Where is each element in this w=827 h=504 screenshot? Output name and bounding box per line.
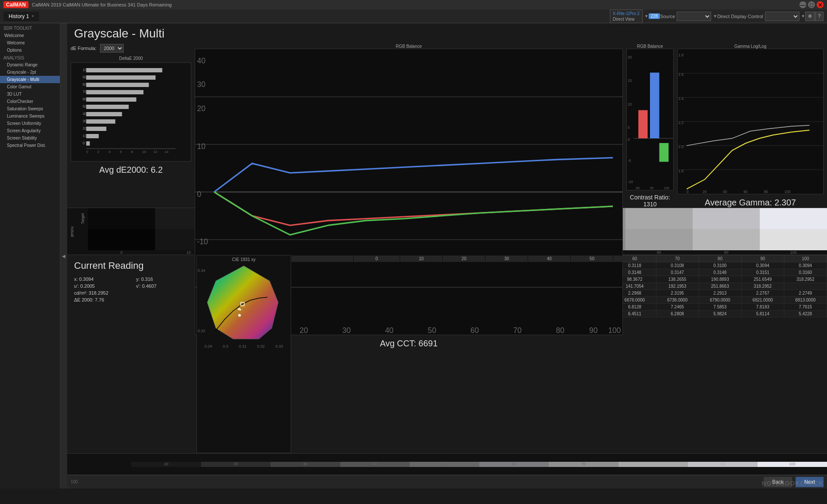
cell-4-9: 2.2767: [741, 290, 784, 297]
sidebar-item-screen-stability[interactable]: Screen Stability: [0, 134, 60, 142]
sidebar-item-dynamic-range[interactable]: Dynamic Range: [0, 61, 60, 68]
device-label: X-Rite i1Pro 2: [613, 11, 640, 16]
svg-rect-11: [86, 105, 129, 109]
de-formula-select[interactable]: 2000 76 ITP: [100, 44, 124, 53]
cie-x-3: 0.32: [257, 344, 265, 348]
sidebar-section-title: SDR Toolkit: [0, 23, 60, 31]
x-value: 0.3094: [79, 277, 94, 282]
cell-4-10: 2.2749: [784, 290, 827, 297]
sidebar-item-spectral-power[interactable]: Spectral Power Dist.: [0, 142, 60, 149]
col-header-20: 20: [443, 255, 485, 262]
svg-text:2.4: 2.4: [678, 96, 684, 100]
footer-label-10: 10: [164, 462, 168, 466]
footer-label-80: 80: [651, 462, 655, 466]
col-header-80: 80: [699, 255, 741, 262]
svg-text:30: 30: [342, 326, 351, 335]
sidebar-item-colorchecker[interactable]: ColorChecker: [0, 98, 60, 105]
sidebar-item-grayscale-multi[interactable]: Grayscale - Multi: [0, 76, 60, 83]
sidebar-item-screen-uniformity[interactable]: Screen Uniformity: [0, 120, 60, 127]
svg-rect-15: [86, 119, 115, 124]
current-reading-panel: Current Reading x: 0.3094 y: 0.316 u': 0…: [67, 255, 196, 453]
sidebar-item-screen-angularity[interactable]: Screen Angularity: [0, 127, 60, 134]
svg-rect-64: [638, 110, 648, 138]
sidebar-item-welcome[interactable]: Welcome: [0, 39, 60, 47]
sidebar-item-3d-lut[interactable]: 3D LUT: [0, 90, 60, 98]
col-header-100: 100: [784, 255, 827, 262]
svg-rect-1: [86, 68, 162, 72]
svg-text:0: 0: [628, 137, 630, 142]
swatch-actual-10: [760, 208, 827, 229]
app-logo: CalMAN: [3, 1, 28, 8]
maximize-button[interactable]: □: [808, 1, 815, 8]
deltae-chart-title: DeltaE 2000: [71, 56, 191, 61]
footer-label-60: 60: [512, 462, 516, 466]
cell-2-9: 251.6549: [741, 276, 784, 283]
ddc-select[interactable]: [765, 12, 799, 21]
svg-text:2.6: 2.6: [678, 72, 684, 76]
sidebar-item-luminance-sweeps[interactable]: Luminance Sweeps: [0, 112, 60, 120]
svg-rect-65: [650, 73, 659, 139]
sidebar-item-welcome-header[interactable]: Welcome: [0, 31, 60, 39]
cell-1-7: 0.3147: [656, 269, 699, 276]
svg-text:90: 90: [650, 186, 653, 190]
svg-rect-7: [86, 90, 143, 94]
y-value: 0.316: [141, 277, 153, 282]
device-sub: Direct View: [613, 16, 640, 22]
source-selector: Source ▼: [660, 12, 717, 21]
tab-label: History 1: [9, 13, 29, 19]
de2000-value: 7.76: [95, 297, 104, 302]
device-selector: X-Rite i1Pro 2 Direct View ▼: [610, 9, 649, 23]
cell-7-9: 5.8114: [741, 311, 784, 317]
y-reading: y: 0.316: [136, 277, 190, 282]
cie-x-4: 0.33: [275, 344, 283, 348]
svg-text:20: 20: [703, 190, 707, 194]
svg-text:0: 0: [197, 190, 201, 199]
cell-5-9: 6821.0000: [741, 297, 784, 304]
sidebar-item-saturation-sweeps[interactable]: Saturation Sweeps: [0, 105, 60, 112]
svg-text:0: 0: [83, 141, 85, 145]
svg-rect-17: [86, 127, 106, 131]
svg-text:20: 20: [299, 326, 308, 335]
footer-label-20: 20: [233, 462, 238, 466]
sidebar-toggle[interactable]: ◀: [60, 23, 67, 488]
cell-6-10: 7.7615: [784, 304, 827, 311]
cell-3-9: 318.2952: [741, 283, 784, 290]
cell-6-8: 7.5853: [699, 304, 741, 311]
titlebar: CalMAN CalMAN 2019 CalMAN Ultimate for B…: [0, 0, 827, 9]
history-tab[interactable]: History 1 ×: [3, 12, 39, 21]
svg-text:40: 40: [385, 326, 394, 335]
gamma-log-chart: 2.8 2.6 2.4 2.2 2.0 1.8 0 20 40: [677, 49, 824, 194]
svg-rect-13: [86, 112, 122, 116]
svg-text:-10: -10: [197, 237, 208, 246]
close-button[interactable]: ✕: [817, 1, 824, 8]
col-header-0: 0: [353, 255, 400, 262]
page-title: Grayscale - Multi: [74, 27, 820, 40]
svg-text:60: 60: [470, 326, 479, 335]
svg-text:-10: -10: [628, 180, 633, 184]
tab-close-icon[interactable]: ×: [31, 14, 34, 19]
footer-label-70: 70: [581, 462, 586, 466]
source-select[interactable]: [677, 12, 711, 21]
cell-7-10: 5.4228: [784, 311, 827, 317]
col-header-10: 10: [400, 255, 443, 262]
sidebar-item-grayscale-2pt[interactable]: Grayscale - 2pt: [0, 68, 60, 76]
cell-5-7: 6738.0000: [656, 297, 699, 304]
svg-text:100: 100: [784, 190, 790, 194]
footer-label-90: 90: [721, 462, 725, 466]
cie-x-0: 0.29: [205, 344, 212, 348]
svg-text:8: 8: [131, 150, 133, 154]
cell-7-7: 6.2808: [656, 311, 699, 317]
minimize-button[interactable]: —: [799, 1, 806, 8]
rgb-balance-title: RGB Balance: [195, 44, 623, 49]
cell-7-8: 5.9824: [699, 311, 741, 317]
cell-6-9: 7.8183: [741, 304, 784, 311]
y-label: y:: [136, 277, 140, 282]
help-button[interactable]: ?: [815, 12, 824, 21]
svg-text:80: 80: [556, 326, 565, 335]
sidebar-item-color-gamut[interactable]: Color Gamut: [0, 83, 60, 90]
settings-button[interactable]: ⚙: [805, 12, 815, 21]
uprime-reading: u': 0.2005: [74, 283, 127, 289]
svg-text:20: 20: [628, 55, 632, 59]
sidebar: SDR Toolkit Welcome Welcome Options Anal…: [0, 23, 60, 488]
sidebar-item-options[interactable]: Options: [0, 47, 60, 54]
